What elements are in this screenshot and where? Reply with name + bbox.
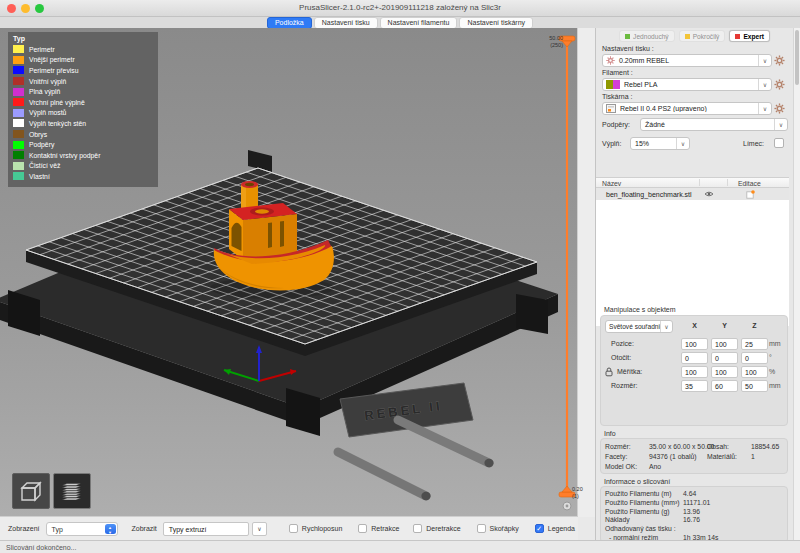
infill-select[interactable]: 15% ∨ xyxy=(630,137,690,150)
printer-gear-button[interactable] xyxy=(773,102,786,115)
sidebar: JednoduchýPokročilýExpert Nastavení tisk… xyxy=(595,28,793,540)
tab-podlo-ka[interactable]: Podložka xyxy=(267,17,312,29)
legend-item-label: Podpěry xyxy=(29,141,54,148)
info-label: Materiálů: xyxy=(707,453,737,460)
object-list-row[interactable]: ben_floating_benchmark.stl xyxy=(596,188,789,200)
axis-header-y: Y xyxy=(711,322,738,329)
chevron-down-icon[interactable]: ∨ xyxy=(252,522,267,536)
select-stepper-icon: ▲▼ xyxy=(105,524,116,534)
print-settings-gear-button[interactable] xyxy=(773,54,786,67)
legend-item-label: Perimetr převisu xyxy=(29,67,78,74)
manip-row-label: Pozice: xyxy=(611,340,634,347)
slicing-value: 16.76 xyxy=(683,516,700,523)
coords-select[interactable]: Světové souřadnice ∨ xyxy=(605,320,673,333)
infill-label: Výplň: xyxy=(602,140,621,147)
printer-value: Rebel II 0.4 PS2 (upraveno) xyxy=(616,105,758,112)
checkbox-box[interactable] xyxy=(413,524,422,533)
manip-field[interactable]: 0 xyxy=(741,352,768,364)
chevron-down-icon[interactable]: ∨ xyxy=(774,119,787,130)
slider-bottom-value: 0.20 xyxy=(572,486,583,492)
checkbox-box[interactable] xyxy=(289,524,298,533)
legend-item: Vrchní plné výplně xyxy=(13,97,153,108)
slicing-label: Odhadovaný čas tisku : xyxy=(605,525,676,532)
manip-field[interactable]: 0 xyxy=(711,352,738,364)
layers-icon xyxy=(59,479,85,503)
info-panel: Rozměr:35.00 x 60.00 x 50.00Obsah:18854.… xyxy=(600,438,788,474)
legend-item: Výplň mostů xyxy=(13,108,153,119)
manip-field[interactable]: 100 xyxy=(681,338,708,350)
layers-preview-button[interactable] xyxy=(53,473,91,509)
visibility-eye-icon[interactable] xyxy=(704,190,714,199)
manip-field[interactable]: 60 xyxy=(711,380,738,392)
checkbox-rychloposun[interactable]: Rychloposun xyxy=(289,524,342,533)
legend-color-chip xyxy=(13,162,24,170)
manip-field[interactable]: 25 xyxy=(741,338,768,350)
print-settings-select[interactable]: 0.20mm REBEL ∨ xyxy=(602,54,772,67)
show-features-combobox[interactable]: Typy extruzí xyxy=(163,522,249,536)
manip-row-label: Měřítka: xyxy=(617,368,642,375)
checkbox-retrakce[interactable]: Retrakce xyxy=(358,524,399,533)
checkbox-label: Retrakce xyxy=(371,525,399,532)
checkbox-box[interactable]: ✓ xyxy=(535,524,544,533)
coords-value: Světové souřadnice xyxy=(606,323,660,330)
mode-button-jednoduchý[interactable]: Jednoduchý xyxy=(619,30,675,42)
checkbox-box[interactable] xyxy=(477,524,486,533)
filament-gear-button[interactable] xyxy=(773,78,786,91)
legend-color-chip xyxy=(13,45,24,53)
3d-view-button[interactable] xyxy=(12,473,50,509)
printer-select[interactable]: Rebel II 0.4 PS2 (upraveno) ∨ xyxy=(602,102,772,115)
chevron-down-icon[interactable]: ∨ xyxy=(660,321,672,332)
legend-item: Vnější perimetr xyxy=(13,55,153,66)
manip-field[interactable]: 0 xyxy=(681,352,708,364)
window-scrollbar[interactable] xyxy=(793,28,800,540)
brim-checkbox[interactable] xyxy=(774,138,784,148)
checkbox-legenda[interactable]: ✓Legenda xyxy=(535,524,575,533)
tab-nastaven-tisk-rny[interactable]: Nastavení tiskárny xyxy=(459,17,533,29)
manip-field[interactable]: 35 xyxy=(681,380,708,392)
filament-select[interactable]: Rebel PLA ∨ xyxy=(602,78,772,91)
legend-item-label: Perimetr xyxy=(29,46,55,53)
chevron-down-icon[interactable]: ∨ xyxy=(758,79,771,90)
chevron-down-icon[interactable]: ∨ xyxy=(758,103,771,114)
tab-nastaven-filamentu[interactable]: Nastavení filamentu xyxy=(380,17,458,29)
legend-item: Čistící věž xyxy=(13,161,153,172)
manip-field[interactable]: 50 xyxy=(741,380,768,392)
checkbox-box[interactable] xyxy=(358,524,367,533)
mode-button-pokročilý[interactable]: Pokročilý xyxy=(679,30,726,42)
edit-object-icon[interactable] xyxy=(746,190,755,200)
info-label: Obsah: xyxy=(707,443,729,450)
gear-icon xyxy=(774,79,785,90)
info-label: Rozměr: xyxy=(605,443,631,450)
supports-value: Žádné xyxy=(641,121,774,128)
show-label: Zobrazit xyxy=(132,525,157,532)
slicing-value: 11171.01 xyxy=(683,499,710,506)
chevron-down-icon[interactable]: ∨ xyxy=(676,138,689,149)
info-row: Facety:94376 (1 obalů)Materiálů:1 xyxy=(601,453,787,463)
checkbox-deretrakce[interactable]: Deretrakce xyxy=(413,524,460,533)
manip-field[interactable]: 100 xyxy=(711,338,738,350)
checkbox-label: Skořápky xyxy=(490,525,519,532)
manip-field[interactable]: 100 xyxy=(681,366,708,378)
legend-item-label: Kontaktní vrstvy podpěr xyxy=(29,152,100,159)
chevron-down-icon[interactable]: ∨ xyxy=(758,55,771,66)
legend-color-chip xyxy=(13,98,24,106)
info-value: 35.00 x 60.00 x 50.00 xyxy=(649,443,714,450)
legend-color-chip xyxy=(13,119,24,127)
manip-field[interactable]: 100 xyxy=(711,366,738,378)
info-row: Rozměr:35.00 x 60.00 x 50.00Obsah:18854.… xyxy=(601,443,787,453)
manip-row-otočit: Otočit:000° xyxy=(601,352,787,364)
slicing-label: Náklady xyxy=(605,516,630,523)
view-type-select[interactable]: Typ ▲▼ xyxy=(46,522,118,536)
tab-nastaven-tisku[interactable]: Nastavení tisku xyxy=(314,17,378,29)
lock-icon[interactable] xyxy=(605,367,613,378)
checkbox-skořápky[interactable]: Skořápky xyxy=(477,524,519,533)
mode-button-expert[interactable]: Expert xyxy=(729,30,770,42)
slicing-info-panel: Použito Filamentu (m)4.64Použito Filamen… xyxy=(600,486,788,543)
supports-select[interactable]: Žádné ∨ xyxy=(640,118,788,131)
slicing-value: 13.96 xyxy=(683,508,700,515)
legend-color-chip xyxy=(13,151,24,159)
checkbox-label: Legenda xyxy=(548,525,575,532)
mode-label: Pokročilý xyxy=(693,33,720,40)
manipulation-panel: Světové souřadnice ∨ XYZ Pozice:10010025… xyxy=(600,315,788,426)
manip-field[interactable]: 100 xyxy=(741,366,768,378)
